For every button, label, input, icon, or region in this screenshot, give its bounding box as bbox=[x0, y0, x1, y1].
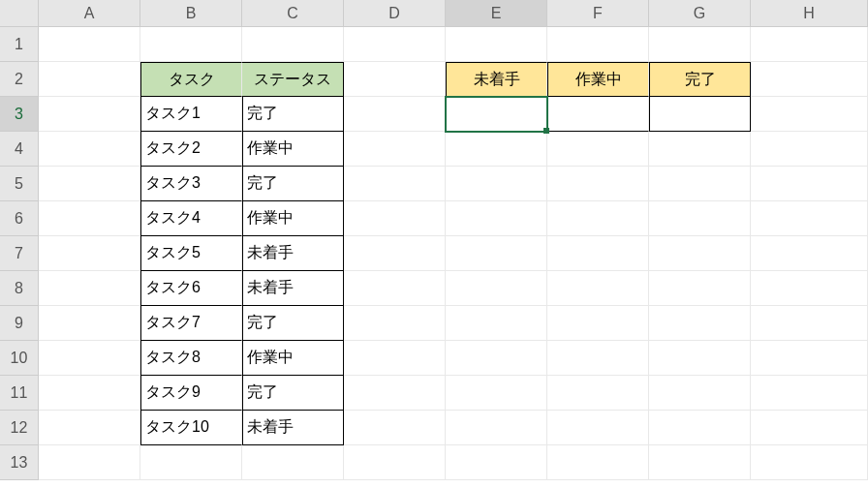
cell-C1[interactable] bbox=[242, 27, 344, 62]
cell-F3[interactable] bbox=[547, 97, 649, 132]
cell-B12[interactable]: タスク10 bbox=[140, 411, 242, 445]
cell-B11[interactable]: タスク9 bbox=[140, 376, 242, 411]
cell-D9[interactable] bbox=[344, 306, 446, 341]
cell-D2[interactable] bbox=[344, 62, 446, 97]
cell-G1[interactable] bbox=[649, 27, 751, 62]
cell-E2[interactable]: 未着手 bbox=[446, 62, 547, 97]
row-header-8[interactable]: 8 bbox=[0, 271, 39, 306]
cell-H8[interactable] bbox=[751, 271, 868, 306]
cell-C9[interactable]: 完了 bbox=[242, 306, 344, 341]
cell-A9[interactable] bbox=[39, 306, 140, 341]
cell-A5[interactable] bbox=[39, 167, 140, 201]
row-header-11[interactable]: 11 bbox=[0, 376, 39, 411]
cell-D7[interactable] bbox=[344, 236, 446, 271]
cell-F12[interactable] bbox=[547, 411, 649, 445]
cell-H4[interactable] bbox=[751, 132, 868, 167]
cell-F8[interactable] bbox=[547, 271, 649, 306]
cell-G12[interactable] bbox=[649, 411, 751, 445]
cell-H9[interactable] bbox=[751, 306, 868, 341]
cell-D8[interactable] bbox=[344, 271, 446, 306]
cell-C3[interactable]: 完了 bbox=[242, 97, 344, 132]
cell-G2[interactable]: 完了 bbox=[649, 62, 751, 97]
col-header-H[interactable]: H bbox=[751, 0, 868, 27]
cell-E1[interactable] bbox=[446, 27, 547, 62]
cell-B5[interactable]: タスク3 bbox=[140, 167, 242, 201]
cell-G10[interactable] bbox=[649, 341, 751, 376]
cell-F5[interactable] bbox=[547, 167, 649, 201]
cell-B6[interactable]: タスク4 bbox=[140, 201, 242, 236]
cell-F7[interactable] bbox=[547, 236, 649, 271]
cell-D6[interactable] bbox=[344, 201, 446, 236]
cell-A1[interactable] bbox=[39, 27, 140, 62]
row-header-10[interactable]: 10 bbox=[0, 341, 39, 376]
cell-C4[interactable]: 作業中 bbox=[242, 132, 344, 167]
cell-C6[interactable]: 作業中 bbox=[242, 201, 344, 236]
cell-H7[interactable] bbox=[751, 236, 868, 271]
col-header-A[interactable]: A bbox=[39, 0, 140, 27]
row-header-3[interactable]: 3 bbox=[0, 97, 39, 132]
cell-E5[interactable] bbox=[446, 167, 547, 201]
cell-E9[interactable] bbox=[446, 306, 547, 341]
cell-F4[interactable] bbox=[547, 132, 649, 167]
cell-C12[interactable]: 未着手 bbox=[242, 411, 344, 445]
col-header-E[interactable]: E bbox=[446, 0, 547, 27]
col-header-C[interactable]: C bbox=[242, 0, 344, 27]
cell-B13[interactable] bbox=[140, 445, 242, 480]
row-header-12[interactable]: 12 bbox=[0, 411, 39, 445]
row-header-9[interactable]: 9 bbox=[0, 306, 39, 341]
cell-A13[interactable] bbox=[39, 445, 140, 480]
cell-H2[interactable] bbox=[751, 62, 868, 97]
cell-B8[interactable]: タスク6 bbox=[140, 271, 242, 306]
cell-C8[interactable]: 未着手 bbox=[242, 271, 344, 306]
cell-B9[interactable]: タスク7 bbox=[140, 306, 242, 341]
cell-A3[interactable] bbox=[39, 97, 140, 132]
cell-F9[interactable] bbox=[547, 306, 649, 341]
col-header-F[interactable]: F bbox=[547, 0, 649, 27]
cell-G11[interactable] bbox=[649, 376, 751, 411]
cell-G7[interactable] bbox=[649, 236, 751, 271]
cell-B1[interactable] bbox=[140, 27, 242, 62]
cell-A4[interactable] bbox=[39, 132, 140, 167]
cell-H5[interactable] bbox=[751, 167, 868, 201]
cell-D12[interactable] bbox=[344, 411, 446, 445]
cell-E3[interactable] bbox=[446, 97, 547, 132]
cell-C10[interactable]: 作業中 bbox=[242, 341, 344, 376]
cell-B4[interactable]: タスク2 bbox=[140, 132, 242, 167]
cell-F2[interactable]: 作業中 bbox=[547, 62, 649, 97]
cell-A6[interactable] bbox=[39, 201, 140, 236]
cell-E13[interactable] bbox=[446, 445, 547, 480]
cell-D1[interactable] bbox=[344, 27, 446, 62]
row-header-5[interactable]: 5 bbox=[0, 167, 39, 201]
cell-H1[interactable] bbox=[751, 27, 868, 62]
cell-A10[interactable] bbox=[39, 341, 140, 376]
cell-E10[interactable] bbox=[446, 341, 547, 376]
cell-A12[interactable] bbox=[39, 411, 140, 445]
cell-C7[interactable]: 未着手 bbox=[242, 236, 344, 271]
row-header-1[interactable]: 1 bbox=[0, 27, 39, 62]
cell-G5[interactable] bbox=[649, 167, 751, 201]
row-header-13[interactable]: 13 bbox=[0, 445, 39, 480]
cell-H3[interactable] bbox=[751, 97, 868, 132]
cell-E7[interactable] bbox=[446, 236, 547, 271]
cell-F13[interactable] bbox=[547, 445, 649, 480]
cell-D10[interactable] bbox=[344, 341, 446, 376]
cell-D3[interactable] bbox=[344, 97, 446, 132]
cell-H13[interactable] bbox=[751, 445, 868, 480]
cell-D4[interactable] bbox=[344, 132, 446, 167]
col-header-D[interactable]: D bbox=[344, 0, 446, 27]
cell-H6[interactable] bbox=[751, 201, 868, 236]
cell-D13[interactable] bbox=[344, 445, 446, 480]
cell-E11[interactable] bbox=[446, 376, 547, 411]
cell-A11[interactable] bbox=[39, 376, 140, 411]
cell-D5[interactable] bbox=[344, 167, 446, 201]
cell-B2[interactable]: タスク bbox=[140, 62, 242, 97]
cell-F11[interactable] bbox=[547, 376, 649, 411]
cell-G9[interactable] bbox=[649, 306, 751, 341]
cell-B7[interactable]: タスク5 bbox=[140, 236, 242, 271]
cell-C5[interactable]: 完了 bbox=[242, 167, 344, 201]
cell-H10[interactable] bbox=[751, 341, 868, 376]
cell-E8[interactable] bbox=[446, 271, 547, 306]
spreadsheet-grid[interactable]: A B C D E F G H 1 2 タスク ステータス 未着手 作業中 完了… bbox=[0, 0, 868, 480]
row-header-2[interactable]: 2 bbox=[0, 62, 39, 97]
cell-E12[interactable] bbox=[446, 411, 547, 445]
